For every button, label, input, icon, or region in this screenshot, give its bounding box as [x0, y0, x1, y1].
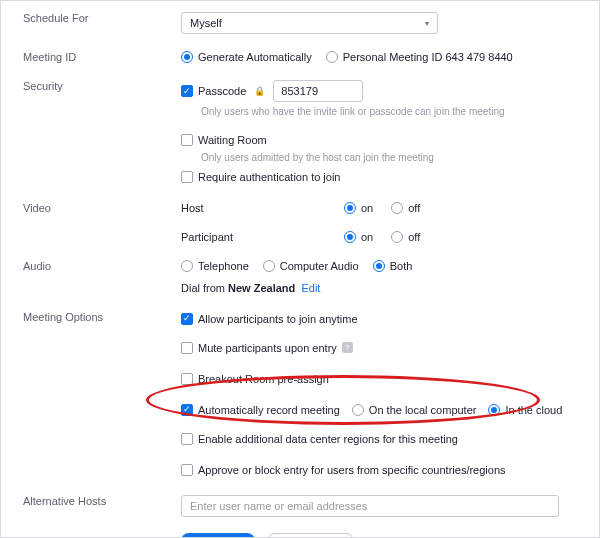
- require-auth-checkbox[interactable]: Require authentication to join: [181, 171, 340, 183]
- meeting-id-pmi-radio[interactable]: Personal Meeting ID 643 479 8440: [326, 51, 513, 63]
- passcode-hint: Only users who have the invite link or p…: [201, 106, 581, 117]
- schedule-for-value: Myself: [190, 17, 222, 29]
- video-participant-label: Participant: [181, 231, 326, 243]
- video-participant-off-radio[interactable]: off: [391, 231, 420, 243]
- audio-label: Audio: [1, 260, 181, 272]
- auto-record-checkbox[interactable]: Automatically record meeting: [181, 404, 340, 416]
- save-button[interactable]: Save: [181, 533, 255, 539]
- dial-in-text: Dial from New Zealand Edit: [181, 282, 581, 294]
- schedule-for-label: Schedule For: [1, 12, 181, 24]
- mute-entry-checkbox[interactable]: Mute participants upon entry ?: [181, 342, 353, 354]
- lock-icon: 🔒: [254, 86, 265, 96]
- meeting-id-auto-text: Generate Automatically: [198, 51, 312, 63]
- cancel-button[interactable]: Cancel: [267, 533, 353, 539]
- video-host-label: Host: [181, 202, 326, 214]
- join-anytime-checkbox[interactable]: Allow participants to join anytime: [181, 313, 358, 325]
- audio-telephone-radio[interactable]: Telephone: [181, 260, 249, 272]
- video-participant-on-radio[interactable]: on: [344, 231, 373, 243]
- meeting-id-label: Meeting ID: [1, 51, 181, 63]
- video-host-off-radio[interactable]: off: [391, 202, 420, 214]
- approve-block-checkbox[interactable]: Approve or block entry for users from sp…: [181, 464, 506, 476]
- waiting-room-checkbox[interactable]: Waiting Room: [181, 134, 267, 146]
- chevron-down-icon: ▾: [425, 19, 429, 28]
- audio-computer-radio[interactable]: Computer Audio: [263, 260, 359, 272]
- waiting-room-hint: Only users admitted by the host can join…: [201, 152, 581, 163]
- passcode-label: Passcode: [198, 85, 246, 97]
- require-auth-label: Require authentication to join: [198, 171, 340, 183]
- record-local-radio[interactable]: On the local computer: [352, 404, 477, 416]
- alt-hosts-label: Alternative Hosts: [1, 495, 181, 507]
- meeting-id-auto-radio[interactable]: Generate Automatically: [181, 51, 312, 63]
- schedule-for-select[interactable]: Myself ▾: [181, 12, 438, 34]
- security-label: Security: [1, 80, 181, 92]
- meeting-options-label: Meeting Options: [1, 311, 181, 323]
- video-host-on-radio[interactable]: on: [344, 202, 373, 214]
- info-icon: ?: [342, 342, 353, 353]
- alt-hosts-input[interactable]: [181, 495, 559, 517]
- waiting-room-label: Waiting Room: [198, 134, 267, 146]
- dial-edit-link[interactable]: Edit: [301, 282, 320, 294]
- meeting-id-pmi-text: Personal Meeting ID 643 479 8440: [343, 51, 513, 63]
- settings-form: Schedule For Myself ▾ Meeting ID Generat…: [0, 0, 600, 538]
- video-label: Video: [1, 202, 181, 214]
- data-center-checkbox[interactable]: Enable additional data center regions fo…: [181, 433, 458, 445]
- audio-both-radio[interactable]: Both: [373, 260, 413, 272]
- passcode-checkbox[interactable]: Passcode: [181, 85, 246, 97]
- record-cloud-radio[interactable]: In the cloud: [488, 404, 562, 416]
- breakout-checkbox[interactable]: Breakout Room pre-assign: [181, 373, 329, 385]
- passcode-input[interactable]: [273, 80, 363, 102]
